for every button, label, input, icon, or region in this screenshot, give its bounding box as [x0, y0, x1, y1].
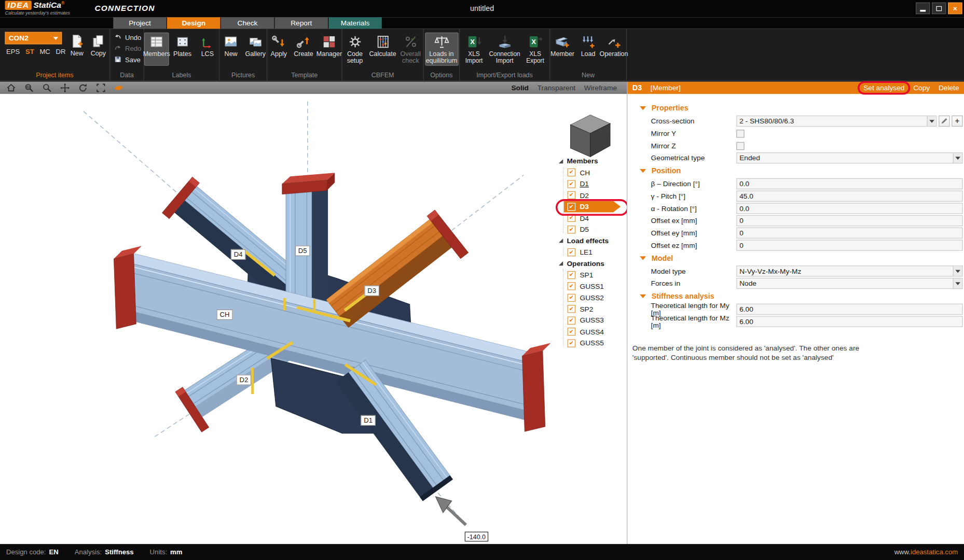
checkbox-checked-icon[interactable]: ✔ [568, 226, 576, 233]
mode-button-dr[interactable]: DR [56, 48, 66, 55]
mode-button-eps[interactable]: EPS [6, 48, 20, 55]
load-button[interactable]: Load [577, 33, 600, 66]
member-label-ch[interactable]: CH [216, 310, 232, 320]
maximize-button[interactable] [932, 3, 946, 15]
tree-item-guss1[interactable]: ✔GUSS1 [559, 281, 626, 292]
edit-cross-section-button[interactable] [939, 116, 949, 127]
load-arrow[interactable] [436, 497, 466, 525]
manager-button[interactable]: Manager [317, 33, 342, 66]
gallery-button[interactable]: Gallery [244, 33, 267, 66]
pan-icon[interactable] [60, 83, 70, 93]
member-label-d4[interactable]: D4 [231, 249, 246, 260]
tree-section-operations[interactable]: Operations [559, 258, 626, 269]
checkbox-checked-icon[interactable]: ✔ [568, 169, 576, 176]
tree-item-d4[interactable]: ✔D4 [559, 213, 626, 224]
paint-icon[interactable] [114, 83, 123, 93]
direction-field[interactable]: 0.0 [736, 178, 962, 189]
section-header-properties[interactable]: Properties [627, 102, 964, 115]
section-collapse-icon[interactable] [640, 295, 646, 298]
member-label-d3[interactable]: D3 [364, 286, 379, 296]
offset-ex-mm-field[interactable]: 0 [736, 215, 962, 226]
mirror-z-checkbox[interactable] [736, 142, 745, 149]
website-link[interactable]: www.ideastatica.com [894, 548, 958, 555]
navigation-cube[interactable] [567, 107, 614, 159]
checkbox-checked-icon[interactable]: ✔ [568, 271, 576, 279]
loads-in-equilibrium-button[interactable]: Loads in equilibrium [425, 33, 458, 66]
code-setup-button[interactable]: Code setup [342, 33, 368, 66]
tree-item-guss4[interactable]: ✔GUSS4 [559, 326, 626, 338]
connection-import-button[interactable]: Connection Import [490, 33, 519, 66]
checkbox-checked-icon[interactable]: ✔ [568, 214, 576, 222]
checkbox-checked-icon[interactable]: ✔ [568, 328, 576, 335]
collapse-triangle-icon[interactable] [559, 159, 563, 163]
checkbox-checked-icon[interactable]: ✔ [568, 305, 576, 313]
lcs-button[interactable]: LCS [196, 33, 219, 66]
geometrical-type-field[interactable]: Ended [736, 152, 962, 163]
tree-item-d2[interactable]: ✔D2 [559, 190, 626, 201]
section-collapse-icon[interactable] [640, 169, 646, 173]
load-value-label[interactable]: -140.0 [465, 531, 488, 541]
dropdown-arrow-icon[interactable] [953, 266, 962, 276]
collapse-triangle-icon[interactable] [559, 261, 563, 265]
tree-item-guss3[interactable]: ✔GUSS3 [559, 315, 626, 326]
copy-project-item-button[interactable]: Copy [89, 32, 107, 65]
pitch-field[interactable]: 45.0 [736, 191, 962, 202]
tree-item-guss2[interactable]: ✔GUSS2 [559, 292, 626, 303]
view-mode-wireframe[interactable]: Wireframe [584, 84, 617, 91]
checkbox-checked-icon[interactable]: ✔ [568, 191, 576, 199]
save-button[interactable]: Save [114, 54, 143, 64]
delete-button[interactable]: Delete [939, 84, 959, 91]
checkbox-checked-icon[interactable]: ✔ [568, 248, 576, 256]
copy-button[interactable]: Copy [913, 84, 930, 91]
tree-item-sp2[interactable]: ✔SP2 [559, 303, 626, 315]
tree-item-d3[interactable]: ✔D3 [559, 201, 626, 213]
minimize-button[interactable] [916, 3, 930, 15]
zoom-window-icon[interactable] [24, 83, 34, 93]
3d-viewport[interactable]: D4D5CHD3D2D1-140.0 Members✔CH✔D1✔D2✔D3✔D… [0, 94, 627, 544]
tree-item-le1[interactable]: ✔LE1 [559, 246, 626, 258]
offset-ez-mm-field[interactable]: 0 [736, 240, 962, 250]
mode-button-mc[interactable]: MC [39, 48, 50, 55]
apply-button[interactable]: Apply [267, 33, 290, 66]
cross-section-field[interactable]: 2 - SHS80/80/6.3 [736, 116, 937, 127]
set-analysed-button[interactable]: Set analysed [863, 84, 904, 91]
checkbox-checked-icon[interactable]: ✔ [568, 293, 576, 301]
home-icon[interactable] [6, 83, 16, 93]
tab-report[interactable]: Report [275, 17, 328, 29]
section-collapse-icon[interactable] [640, 256, 646, 260]
mirror-y-checkbox[interactable] [736, 130, 745, 137]
checkbox-checked-icon[interactable]: ✔ [568, 282, 576, 290]
checkbox-checked-icon[interactable]: ✔ [568, 180, 576, 188]
tree-item-guss5[interactable]: ✔GUSS5 [559, 338, 626, 349]
add-cross-section-button[interactable]: + [952, 116, 962, 127]
3d-scene[interactable] [0, 94, 627, 544]
close-button[interactable]: × [948, 3, 962, 15]
forces-in-field[interactable]: Node [736, 278, 962, 289]
tab-check[interactable]: Check [221, 17, 274, 29]
rotation-field[interactable]: 0.0 [736, 203, 962, 214]
xls-export-button[interactable]: XXLS Export [521, 33, 549, 66]
theoretical-length-for-my-m-field[interactable]: 6.00 [736, 304, 962, 315]
redo-button[interactable]: Redo [114, 43, 143, 53]
member-button[interactable]: Member [550, 33, 575, 66]
checkbox-checked-icon[interactable]: ✔ [568, 316, 576, 324]
dropdown-arrow-icon[interactable] [927, 116, 937, 126]
collapse-triangle-icon[interactable] [559, 239, 563, 243]
tab-design[interactable]: Design [167, 17, 221, 29]
tree-item-sp1[interactable]: ✔SP1 [559, 269, 626, 281]
checkbox-checked-icon[interactable]: ✔ [568, 339, 576, 347]
theoretical-length-for-mz-m-field[interactable]: 6.00 [736, 316, 962, 327]
fit-icon[interactable] [96, 83, 106, 93]
zoom-icon[interactable] [42, 83, 52, 93]
section-header-stiffness-analysis[interactable]: Stiffness analysis [627, 289, 964, 303]
calculate-button[interactable]: Calculate [369, 33, 396, 66]
model-type-field[interactable]: N-Vy-Vz-Mx-My-Mz [736, 265, 962, 276]
tab-materials[interactable]: Materials [328, 17, 382, 29]
section-collapse-icon[interactable] [640, 106, 646, 110]
section-header-model[interactable]: Model [627, 251, 964, 265]
tree-item-ch[interactable]: ✔CH [559, 167, 626, 178]
undo-button[interactable]: Undo [114, 32, 143, 43]
project-item-selector[interactable]: CON2 [5, 32, 62, 45]
tree-section-load-effects[interactable]: Load effects [559, 235, 626, 246]
mode-button-st[interactable]: ST [25, 48, 34, 55]
